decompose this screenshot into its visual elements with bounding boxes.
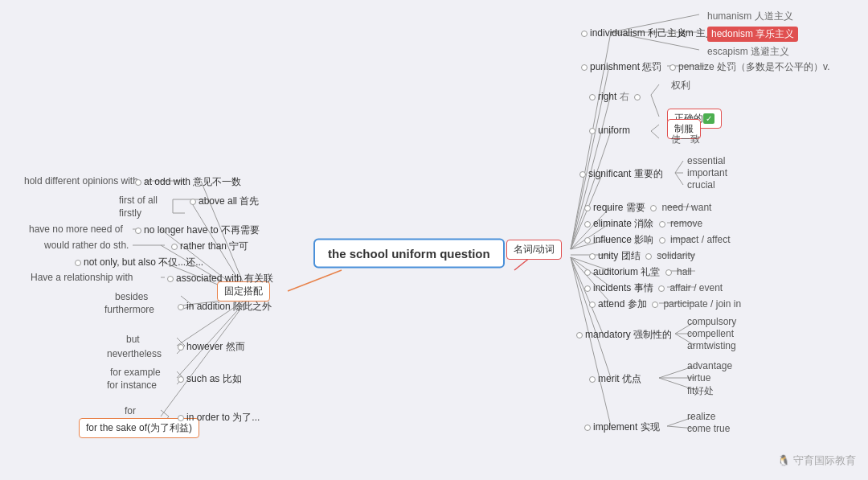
firstofall-label: first of all [119, 195, 158, 206]
dot-right [589, 94, 596, 101]
dot-attend [589, 302, 596, 308]
dot-punishment [581, 64, 588, 71]
center-node: the school uniform question [313, 239, 505, 269]
dot-implement [584, 425, 591, 431]
svg-line-64 [161, 297, 249, 416]
dot-mandatory [576, 332, 583, 338]
dot-merit [589, 376, 596, 383]
besides-label: besides [115, 291, 148, 302]
dot-require [584, 205, 591, 211]
dot-suchas [178, 376, 184, 383]
humanism-label: humanism 人道主义 [707, 10, 793, 23]
cometrue-label: come true [687, 423, 730, 434]
armtwisting-label: armtwisting [687, 340, 736, 351]
svg-line-12 [651, 125, 659, 131]
dot-penalize [669, 64, 676, 71]
notonly-label: not only, but also 不仅...还... [72, 256, 203, 269]
dot-require2 [650, 205, 657, 211]
dot-significant [579, 171, 586, 178]
dot-however [178, 344, 184, 351]
inaddition-label: in addition 除此之外 [175, 300, 272, 314]
dot-notonly [75, 260, 81, 266]
virtue-label: virtue [687, 372, 710, 384]
for-label: for [125, 405, 136, 416]
ratherthan-label: rather than 宁可 [169, 240, 248, 253]
fit-label: fit好处 [687, 384, 714, 398]
dot-unity2 [645, 253, 652, 260]
wouldrather-label: would rather do sth. [44, 240, 129, 251]
compellent-label: compellent [687, 328, 734, 339]
dot-inorderto [178, 415, 184, 421]
important-label: important [687, 167, 727, 178]
svg-line-30 [571, 257, 611, 303]
svg-line-13 [651, 131, 659, 138]
mind-map-canvas: the school uniform question 固定搭配 名词/动词 i… [0, 0, 868, 480]
hedonism-label: hedonism 享乐主义 [707, 27, 798, 42]
mandatory-label: mandatory 强制性的 [574, 328, 672, 342]
individualism-label: individualism 利己主义 [579, 27, 686, 40]
quanli-label: 权利 [671, 79, 690, 92]
incidents-label: incidents 事情 affair / event [582, 281, 723, 295]
require-label: require 需要 need / want [582, 201, 711, 215]
crucial-label: crucial [687, 179, 715, 191]
aboveall-label: above all 首先 [187, 195, 259, 208]
forinstance-label: for instance [107, 379, 157, 391]
svg-line-9 [651, 84, 659, 95]
realize-label: realize [687, 411, 715, 422]
implement-label: implement 实现 [582, 421, 660, 434]
hold-diff-label: hold different opinions with [24, 175, 138, 187]
dot-attend2 [652, 302, 658, 308]
shiyizhi-label: 使一致 [671, 133, 700, 146]
auditorium-label: auditorium 礼堂 hall [582, 265, 692, 279]
merit-label: merit 优点 [587, 372, 641, 386]
dot-influence [584, 237, 591, 244]
dot-individualism [581, 31, 588, 37]
watermark: 🐧 守育国际教育 [777, 453, 856, 468]
dot-aboveall [190, 199, 196, 205]
svg-line-11 [571, 131, 611, 249]
nomoreneed-label: have no more need of [29, 224, 123, 235]
mingci-dongci-label: 名词/动词 [514, 244, 555, 255]
dot-incidents2 [658, 285, 665, 292]
inorderto-label: in order to 为了... [175, 411, 260, 425]
dot-right2 [634, 94, 641, 101]
associated-label: associated with 有关联 [165, 272, 273, 285]
right-label: right 右 [587, 90, 643, 104]
dot-associated [167, 276, 174, 282]
punishment-label: punishment 惩罚 [579, 60, 661, 74]
svg-line-15 [675, 161, 683, 173]
eliminate-label: eliminate 消除 remove [582, 217, 702, 231]
svg-line-17 [675, 173, 683, 185]
but-label: but [126, 334, 140, 345]
dot-atodd [135, 179, 141, 186]
dot-auditorium2 [665, 269, 672, 276]
dot-ratherthan [171, 244, 178, 250]
firstly-label: firstly [119, 207, 141, 219]
dot-nolonger [135, 228, 141, 234]
uniform-label: uniform [587, 125, 630, 136]
center-label: the school uniform question [328, 247, 490, 261]
dot-eliminate2 [659, 221, 665, 228]
penalize-label: penalize 处罚（多数是不公平的）v. [667, 60, 829, 74]
forexample-label: for example [110, 367, 161, 378]
advantage-label: advantage [687, 360, 732, 371]
svg-line-10 [651, 95, 659, 117]
nolongerhave-label: no longer have to 不再需要 [133, 224, 260, 237]
atoddwith-label: at odd with 意见不一数 [133, 175, 241, 189]
watermark-icon: 🐧 [777, 454, 790, 466]
svg-line-0 [288, 270, 342, 291]
significant-label: significant 重要的 [577, 167, 663, 181]
unity-label: unity 团结 solidarity [587, 249, 695, 263]
compulsory-label: compulsory [687, 316, 736, 327]
dot-unity [589, 253, 596, 260]
dot-auditorium [584, 269, 591, 276]
gudingpipei-label: 固定搭配 [224, 285, 263, 297]
influence-label: influence 影响 impact / affect [582, 233, 731, 247]
however-label: however 然而 [175, 340, 245, 354]
furthermore-label: furthermore [104, 304, 154, 315]
suchas-label: such as 比如 [175, 372, 242, 386]
dot-uniform [589, 128, 596, 134]
essential-label: essential [687, 155, 725, 166]
dot-eliminate [584, 221, 591, 228]
nevertheless-label: nevertheless [107, 348, 162, 359]
